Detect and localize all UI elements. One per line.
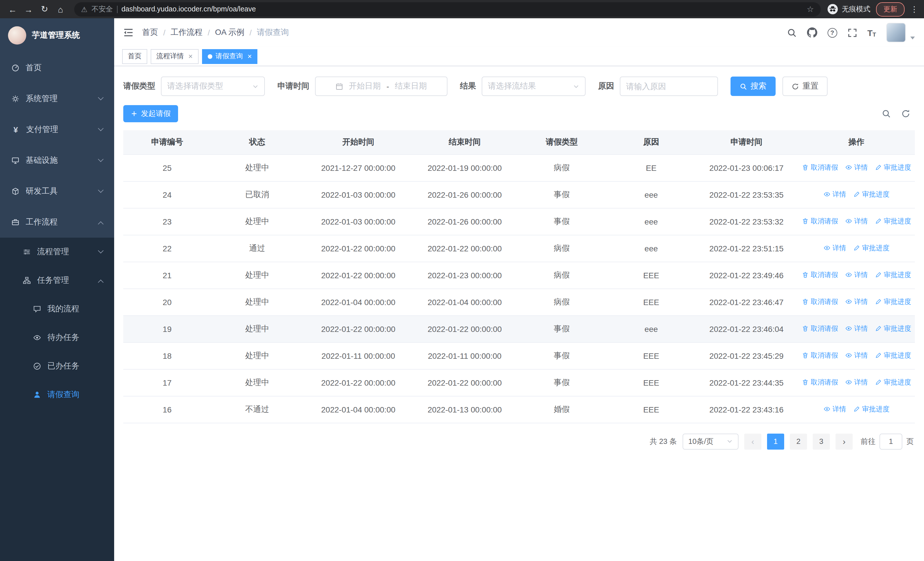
cell-id: 21: [123, 262, 211, 289]
update-button[interactable]: 更新: [876, 2, 904, 16]
address-bar[interactable]: ⚠ 不安全 dashboard.yudao.iocoder.cn/bpm/oa/…: [74, 2, 821, 16]
fullscreen-icon[interactable]: [847, 28, 857, 38]
action-cancel-link[interactable]: 取消请假: [802, 297, 838, 307]
action-progress-link[interactable]: 审批进度: [874, 270, 911, 280]
action-progress-link[interactable]: 审批进度: [874, 163, 911, 173]
tab-leave-query[interactable]: 请假查询×: [202, 49, 257, 64]
action-cancel-link[interactable]: 取消请假: [802, 324, 838, 334]
tab-home[interactable]: 首页: [122, 49, 147, 64]
security-warning-icon[interactable]: ⚠: [81, 5, 87, 14]
sidebar-item-my-process[interactable]: 我的流程: [0, 295, 114, 323]
action-cancel-link[interactable]: 取消请假: [802, 378, 838, 387]
home-icon[interactable]: ⌂: [54, 2, 68, 16]
action-detail-link[interactable]: 详情: [823, 244, 846, 253]
action-detail-link[interactable]: 详情: [823, 190, 846, 199]
github-icon[interactable]: [807, 27, 817, 38]
action-detail-link[interactable]: 详情: [845, 163, 868, 173]
col-header-reason: 原因: [607, 130, 695, 154]
sidebar-item-task-mgmt[interactable]: 任务管理: [0, 266, 114, 295]
cell-start: 2021-12-27 00:00:00: [303, 154, 413, 181]
font-size-icon[interactable]: TT: [867, 28, 876, 38]
action-cancel-link[interactable]: 取消请假: [802, 351, 838, 361]
breadcrumb-separator: /: [249, 28, 252, 37]
bookmark-star-icon[interactable]: ☆: [807, 5, 814, 14]
reload-icon[interactable]: ↻: [38, 2, 51, 16]
action-progress-link[interactable]: 审批进度: [874, 324, 911, 334]
action-progress-link[interactable]: 审批进度: [874, 378, 911, 387]
page-size-select[interactable]: 10条/页: [682, 433, 738, 449]
menu-kebab-icon[interactable]: ⋮: [910, 5, 918, 14]
page-button-1[interactable]: 1: [767, 433, 784, 449]
result-select[interactable]: 请选择流结果: [482, 77, 585, 96]
sidebar-item-workflow[interactable]: 工作流程: [0, 207, 114, 238]
close-icon[interactable]: ×: [188, 53, 193, 60]
sidebar-item-devtools[interactable]: 研发工具: [0, 176, 114, 207]
page-button-2[interactable]: 2: [790, 433, 807, 449]
breadcrumb-item[interactable]: 首页: [142, 27, 158, 38]
cell-type: 病假: [516, 289, 608, 315]
action-progress-link[interactable]: 审批进度: [874, 351, 911, 361]
table-refresh-icon[interactable]: [901, 109, 910, 118]
action-progress-link[interactable]: 审批进度: [853, 190, 890, 199]
sidebar-item-done-tasks[interactable]: 已办任务: [0, 352, 114, 381]
action-cancel-link[interactable]: 取消请假: [802, 163, 838, 173]
action-detail-link[interactable]: 详情: [845, 351, 868, 361]
action-progress-link[interactable]: 审批进度: [853, 405, 890, 414]
reset-button[interactable]: 重置: [783, 77, 828, 96]
reason-input[interactable]: [620, 77, 718, 96]
jump-page-input[interactable]: [879, 433, 902, 449]
search-icon[interactable]: [787, 28, 796, 38]
breadcrumb-item[interactable]: 工作流程: [171, 27, 202, 38]
sidebar-item-system[interactable]: 系统管理: [0, 83, 114, 114]
cell-type: 病假: [516, 262, 608, 289]
action-progress-link[interactable]: 审批进度: [853, 244, 890, 253]
table-search-icon[interactable]: [882, 109, 891, 118]
help-icon[interactable]: ?: [827, 28, 837, 38]
search-button[interactable]: 搜索: [730, 77, 776, 96]
action-progress-link[interactable]: 审批进度: [874, 217, 911, 226]
sidebar-item-leave-query[interactable]: 请假查询: [0, 381, 114, 409]
sidebar-item-todo-tasks[interactable]: 待办任务: [0, 323, 114, 352]
action-cancel-link[interactable]: 取消请假: [802, 217, 838, 226]
sidebar-item-home[interactable]: 首页: [0, 53, 114, 83]
edit-icon: [853, 406, 860, 413]
edit-icon: [853, 191, 860, 198]
apply-time-label: 申请时间: [278, 81, 309, 92]
sidebar-item-process-mgmt[interactable]: 流程管理: [0, 238, 114, 266]
prev-page-button[interactable]: ‹: [744, 433, 761, 449]
sidebar-item-payment[interactable]: ¥ 支付管理: [0, 114, 114, 145]
breadcrumb-item[interactable]: OA 示例: [215, 27, 244, 38]
security-label[interactable]: 不安全: [92, 4, 113, 14]
action-detail-link[interactable]: 详情: [845, 297, 868, 307]
sidebar-item-infrastructure[interactable]: 基础设施: [0, 145, 114, 176]
page-size-value: 10条/页: [688, 436, 713, 447]
action-detail-link[interactable]: 详情: [845, 324, 868, 334]
action-detail-link[interactable]: 详情: [845, 217, 868, 226]
forward-icon[interactable]: →: [22, 2, 35, 16]
close-icon[interactable]: ×: [248, 53, 252, 60]
page-button-3[interactable]: 3: [813, 433, 830, 449]
eye-icon: [33, 334, 41, 341]
collapse-sidebar-icon[interactable]: [123, 27, 134, 38]
url-text[interactable]: dashboard.yudao.iocoder.cn/bpm/oa/leave: [121, 5, 256, 13]
back-icon[interactable]: ←: [6, 2, 20, 16]
table-header: 申请编号 状态 开始时间 结束时间 请假类型 原因 申请时间 操作: [123, 130, 915, 154]
app-logo[interactable]: 芋道管理系统: [0, 18, 114, 53]
leave-type-select[interactable]: 请选择请假类型: [161, 77, 265, 96]
cell-applied: 2022-01-22 23:53:35: [695, 181, 798, 208]
action-detail-link[interactable]: 详情: [845, 270, 868, 280]
table-body: 25处理中2021-12-27 00:00:002022-01-19 00:00…: [123, 154, 915, 423]
cell-applied: 2022-01-23 00:06:17: [695, 154, 798, 181]
next-page-button[interactable]: ›: [836, 433, 853, 449]
action-progress-link[interactable]: 审批进度: [874, 297, 911, 307]
user-avatar[interactable]: [886, 23, 906, 42]
action-detail-link[interactable]: 详情: [845, 378, 868, 387]
action-detail-link[interactable]: 详情: [823, 405, 846, 414]
apply-time-range-picker[interactable]: 开始日期 - 结束日期: [315, 77, 447, 96]
cell-id: 25: [123, 154, 211, 181]
col-header-start: 开始时间: [303, 130, 413, 154]
action-cancel-link[interactable]: 取消请假: [802, 270, 838, 280]
cell-status: 处理中: [211, 342, 303, 369]
tab-process-detail[interactable]: 流程详情×: [151, 49, 198, 64]
create-leave-button[interactable]: 发起请假: [123, 105, 178, 122]
